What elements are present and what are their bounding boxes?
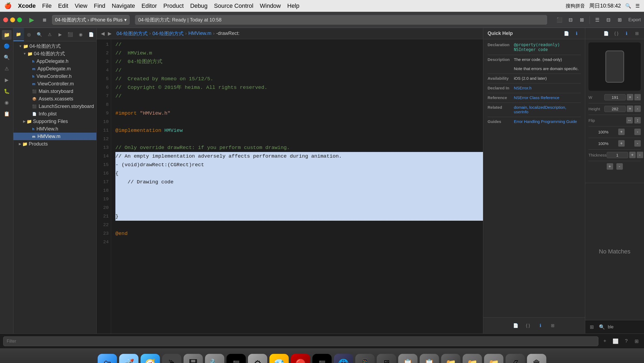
breadcrumb-item[interactable]: 04-绘图的方式 [116, 30, 148, 37]
debug-icon[interactable]: 🐛 [2, 86, 12, 96]
add-constraint-button[interactable]: + [607, 163, 613, 170]
menu-file[interactable]: File [42, 2, 52, 9]
nav-tab-debug[interactable]: ⬛ [65, 28, 76, 41]
opacity-stepper-up[interactable]: + [618, 129, 625, 135]
nav-tab-break[interactable]: ◉ [76, 28, 86, 41]
dock-item-sketch[interactable]: 💎 [269, 354, 289, 363]
flip-h-button[interactable]: ↔ [626, 117, 633, 124]
breadcrumb-forward-button[interactable]: ▶ [107, 30, 113, 37]
hide-debug-button[interactable]: ⊟ [604, 15, 613, 25]
search-nav-icon[interactable]: 🔍 [2, 53, 12, 62]
nav-tab-search[interactable]: 🔍 [34, 28, 45, 41]
opacity-stepper-down[interactable]: - [634, 129, 641, 135]
menu-debug[interactable]: Debug [190, 2, 208, 9]
code-lines[interactable]: // // HMView.m // 04-绘图的方式 // // Created… [111, 39, 483, 333]
menu-help[interactable]: Help [287, 2, 299, 9]
menu-xcode[interactable]: Xcode [18, 2, 36, 9]
menu-source-control[interactable]: Source Control [214, 2, 254, 9]
w-input[interactable] [604, 94, 626, 100]
breadcrumb-item[interactable]: HMView.m [188, 31, 211, 36]
breadcrumb-item[interactable]: 04-绘图的方式 [152, 30, 184, 37]
identity-inspector-button[interactable]: ℹ [536, 322, 544, 330]
breadcrumb-item[interactable]: -drawRect: [216, 31, 240, 36]
navigator-icon[interactable]: 📁 [2, 30, 12, 40]
nav-tab-report[interactable]: 📄 [86, 28, 96, 41]
dock-item-phone[interactable]: 📱 [355, 354, 375, 363]
hide-utilities-button[interactable]: ⊞ [615, 15, 625, 25]
thickness-input[interactable] [607, 152, 628, 158]
qh-related-value[interactable]: domain, localizedDescription, userInfo [514, 105, 581, 114]
dock-item-mouse[interactable]: 🖱 [162, 354, 181, 363]
editor-standard-button[interactable]: ⬛ [555, 15, 564, 25]
symbol-icon[interactable]: 🔵 [2, 41, 12, 51]
list-item[interactable]: h HMView.h [13, 125, 96, 133]
editor-version-button[interactable]: ⊠ [577, 15, 587, 25]
dock-item-app2[interactable]: 📁 [441, 354, 460, 363]
attributes-inspector-button[interactable]: ⊞ [549, 322, 557, 330]
h-stepper-down[interactable]: - [634, 106, 641, 112]
issues-icon[interactable]: ⚠ [2, 64, 12, 74]
list-item[interactable]: 📄 Info.plist [13, 110, 96, 118]
w-stepper-down[interactable]: - [634, 94, 641, 100]
dock-item-tools[interactable]: 🔧 [205, 354, 224, 363]
inspector-tab-1[interactable]: 📄 [602, 30, 610, 38]
breadcrumb-back-button[interactable]: ◀ [100, 30, 106, 37]
scheme-selector[interactable]: 04-绘图的方式 › iPhone 6s Plus ▾ [52, 15, 130, 25]
code-editor[interactable]: 1 2 3 4 5 6 7 8 9 10 11 12 13 14 15 16 1 [97, 39, 483, 333]
quick-help-info-button[interactable]: ℹ [573, 30, 581, 38]
list-item[interactable]: ▼ 📁 04-绘图的方式 [13, 42, 96, 50]
close-button[interactable] [3, 17, 8, 22]
h-stepper-up[interactable]: + [627, 106, 633, 112]
dock-item-pp[interactable]: 🔴 [291, 354, 310, 363]
editor-assistant-button[interactable]: ⊟ [566, 15, 576, 25]
qh-reference-value[interactable]: NSError Class Reference [514, 95, 581, 100]
qh-guides-value[interactable]: Error Handling Programming Guide [514, 119, 581, 124]
dock-item-app4[interactable]: 📁 [484, 354, 503, 363]
list-item[interactable]: ▶ 📁 Supporting Files [13, 118, 96, 125]
dock-item-globe[interactable]: 🌐 [334, 354, 353, 363]
list-item[interactable]: m AppDelegate.m [13, 65, 96, 72]
menu-find[interactable]: Find [94, 2, 105, 9]
list-item[interactable]: h ViewController.h [13, 72, 96, 80]
file-inspector-button[interactable]: 📄 [512, 322, 520, 330]
dock-item-preferences[interactable]: ⚙ [248, 354, 267, 363]
dock-item-dvd[interactable]: 🎞 [184, 354, 203, 363]
debug-console-button[interactable]: ? [622, 337, 631, 346]
menubar-menu-icon[interactable]: ☰ [635, 3, 640, 9]
inspector-grid-button[interactable]: ⊞ [587, 323, 596, 331]
debug-variable-button[interactable]: ⊞ [632, 337, 641, 346]
stop-button[interactable]: ■ [39, 14, 50, 25]
nav-tab-warning[interactable]: ⚠ [45, 28, 55, 41]
inspector-tab-3[interactable]: ℹ [623, 30, 631, 38]
menu-view[interactable]: View [75, 2, 87, 9]
inspector-tab-4[interactable]: ⊞ [633, 30, 641, 38]
list-item[interactable]: ▼ 📁 04-绘图的方式 [13, 50, 96, 57]
list-item[interactable]: 📦 Assets.xcassets [13, 95, 96, 103]
list-item[interactable]: h AppDelegate.h [13, 57, 96, 65]
inspector-tab-2[interactable]: { } [612, 30, 620, 38]
dock-item-safari[interactable]: 🧭 [141, 354, 160, 363]
list-item[interactable]: ⬛ Main.storyboard [13, 88, 96, 95]
filter-input[interactable] [3, 336, 598, 346]
dock-item-terminal[interactable]: ⬛ [226, 354, 246, 363]
menu-product[interactable]: Product [163, 2, 184, 9]
flip-v-button[interactable]: ↕ [634, 117, 641, 124]
menubar-search-icon[interactable]: 🔍 [625, 3, 631, 9]
dock-item-app3[interactable]: 📁 [463, 354, 482, 363]
nav-tab-symbol[interactable]: ◎ [24, 28, 34, 41]
dock-item-launchpad[interactable]: 🚀 [119, 354, 138, 363]
w-stepper-up[interactable]: + [627, 94, 633, 100]
thickness-down[interactable]: - [637, 152, 643, 158]
thickness-up[interactable]: + [629, 152, 636, 158]
qh-declared-value[interactable]: NSError.h [514, 86, 581, 90]
inspector-search-button[interactable]: 🔍 [598, 323, 606, 331]
filter-button[interactable]: ⬜ [611, 337, 620, 346]
dock-item-app1[interactable]: 📋 [420, 354, 439, 363]
menu-navigate[interactable]: Navigate [112, 2, 135, 9]
dock-item-iterm[interactable]: ⬛ [312, 354, 332, 363]
minimize-button[interactable] [10, 17, 15, 22]
maximize-button[interactable] [17, 17, 22, 22]
dock-item-trash[interactable]: 🗑 [527, 354, 546, 363]
run-button[interactable]: ▶ [26, 14, 37, 25]
opacity2-stepper-up[interactable]: + [618, 140, 625, 147]
